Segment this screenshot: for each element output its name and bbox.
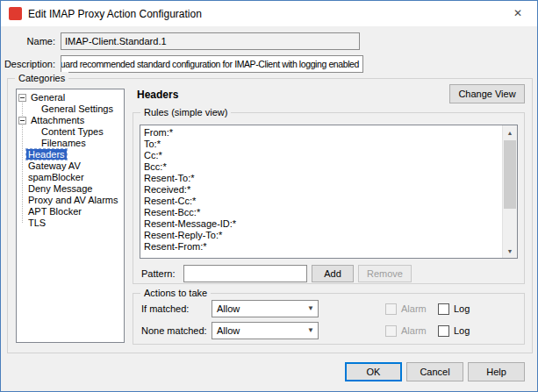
description-label: Description:	[3, 55, 55, 73]
tree-item-attachments[interactable]: Attachments	[17, 115, 124, 126]
if-matched-label: If matched:	[141, 300, 189, 317]
if-matched-value: Allow	[217, 301, 240, 317]
tree-item-label: spamBlocker	[26, 172, 86, 182]
rules-listbox[interactable]: From:*To:*Cc:*Bcc:*Resent-To:*Received:*…	[140, 125, 518, 259]
chevron-down-icon[interactable]: ▼	[307, 323, 314, 339]
tree-item-general-settings[interactable]: General Settings	[17, 103, 124, 115]
description-input[interactable]: nGuard recommended standard configuratio…	[61, 55, 363, 73]
scroll-up-icon[interactable]: ▲	[503, 125, 517, 139]
rule-item[interactable]: Resent-From:*	[144, 241, 502, 253]
actions-group-label: Actions to take	[140, 287, 211, 300]
none-matched-alarm-checkbox[interactable]: Alarm	[385, 322, 427, 339]
categories-group-label: Categories	[15, 72, 68, 85]
tree-item-label: Deny Message	[26, 183, 94, 194]
tree-item-label: Attachments	[29, 115, 86, 125]
rule-item[interactable]: Resent-Reply-To:*	[144, 230, 502, 241]
chevron-down-icon[interactable]: ▼	[307, 301, 314, 317]
rule-item[interactable]: Resent-Cc:*	[144, 196, 502, 207]
rule-item[interactable]: Cc:*	[144, 150, 502, 161]
tree-item-headers[interactable]: Headers	[17, 149, 124, 160]
none-matched-select[interactable]: Allow ▼	[212, 322, 319, 339]
tree-item-proxy-and-av-alarms[interactable]: Proxy and AV Alarms	[17, 195, 124, 206]
tree-item-apt-blocker[interactable]: APT Blocker	[17, 206, 124, 217]
name-label: Name:	[3, 32, 55, 50]
rules-scrollbar[interactable]: ▲ ▼	[502, 125, 517, 258]
tree-item-gateway-av[interactable]: Gateway AV	[17, 160, 124, 172]
checkbox-box[interactable]	[438, 325, 449, 337]
tree-item-label: General	[29, 92, 67, 103]
if-matched-row: If matched: Allow ▼ Alarm Log	[141, 300, 520, 317]
tree-item-label: Filenames	[39, 138, 88, 148]
rule-item[interactable]: Resent-Bcc:*	[144, 207, 502, 218]
checkbox-box[interactable]	[438, 303, 449, 315]
scroll-down-icon[interactable]: ▼	[503, 244, 517, 258]
tree-collapse-icon[interactable]	[18, 94, 26, 102]
rule-item[interactable]: To:*	[144, 139, 502, 150]
alarm-checkbox-label: Alarm	[401, 325, 427, 336]
rule-item[interactable]: From:*	[144, 127, 502, 139]
checkbox-box[interactable]	[385, 325, 397, 337]
none-matched-row: None matched: Allow ▼ Alarm Log	[141, 322, 520, 339]
tree-item-label: General Settings	[39, 103, 115, 114]
cancel-button[interactable]: Cancel	[406, 362, 463, 381]
checkbox-box[interactable]	[385, 303, 397, 315]
panel-heading: Headers	[137, 89, 178, 101]
pattern-label: Pattern:	[141, 265, 182, 282]
if-matched-log-checkbox[interactable]: Log	[438, 300, 470, 317]
tree-item-spamblocker[interactable]: spamBlocker	[17, 172, 124, 183]
tree-collapse-icon[interactable]	[18, 117, 26, 125]
rules-group-label: Rules (simple view)	[140, 106, 231, 119]
pattern-input[interactable]	[183, 265, 307, 282]
close-icon[interactable]: ✕	[499, 1, 537, 25]
window-title: Edit IMAP Proxy Action Configuration	[28, 8, 202, 20]
rule-item[interactable]: Bcc:*	[144, 161, 502, 173]
remove-button[interactable]: Remove	[358, 265, 412, 282]
name-input[interactable]: IMAP-Client.Standard.1	[61, 32, 360, 50]
categories-tree: GeneralGeneral SettingsAttachmentsConten…	[16, 89, 125, 343]
none-matched-log-checkbox[interactable]: Log	[438, 322, 470, 339]
tree-item-label: APT Blocker	[26, 206, 83, 217]
change-view-button[interactable]: Change View	[449, 84, 525, 103]
if-matched-select[interactable]: Allow ▼	[212, 300, 319, 317]
tree-item-general[interactable]: General	[17, 92, 124, 103]
tree-item-content-types[interactable]: Content Types	[17, 126, 124, 138]
none-matched-value: Allow	[217, 323, 240, 339]
help-button[interactable]: Help	[468, 362, 525, 381]
titlebar: Edit IMAP Proxy Action Configuration ✕	[1, 1, 537, 26]
description-value: nGuard recommended standard configuratio…	[61, 56, 359, 72]
rules-list: From:*To:*Cc:*Bcc:*Resent-To:*Received:*…	[140, 125, 502, 258]
rule-item[interactable]: Resent-Message-ID:*	[144, 218, 502, 230]
log-checkbox-label: Log	[454, 303, 470, 314]
name-value: IMAP-Client.Standard.1	[65, 36, 167, 46]
edit-imap-proxy-action-dialog: Edit IMAP Proxy Action Configuration ✕ N…	[0, 0, 538, 392]
tree-item-label: TLS	[26, 217, 47, 228]
log-checkbox-label: Log	[454, 325, 470, 336]
tree-item-deny-message[interactable]: Deny Message	[17, 183, 124, 195]
app-icon	[9, 7, 22, 20]
tree-item-filenames[interactable]: Filenames	[17, 138, 124, 149]
add-button[interactable]: Add	[312, 265, 354, 282]
rule-item[interactable]: Received:*	[144, 184, 502, 196]
tree-item-label: Headers	[26, 149, 67, 160]
ok-button[interactable]: OK	[345, 362, 402, 381]
tree-item-label: Content Types	[39, 126, 105, 137]
scrollbar-thumb[interactable]	[504, 140, 516, 209]
rule-item[interactable]: Resent-To:*	[144, 173, 502, 184]
tree-item-label: Proxy and AV Alarms	[26, 195, 120, 205]
none-matched-label: None matched:	[141, 322, 207, 339]
tree-item-tls[interactable]: TLS	[17, 217, 124, 229]
if-matched-alarm-checkbox[interactable]: Alarm	[385, 300, 427, 317]
alarm-checkbox-label: Alarm	[401, 303, 427, 314]
tree-item-label: Gateway AV	[26, 160, 82, 171]
